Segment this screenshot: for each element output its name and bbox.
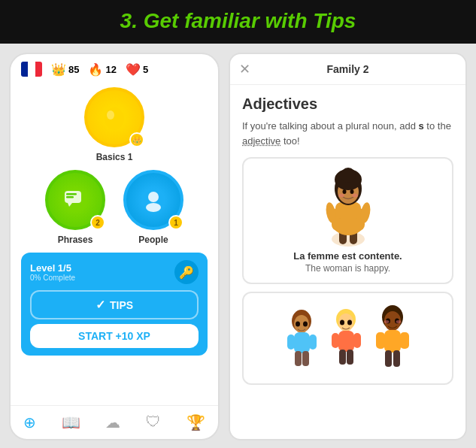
svg-point-1 bbox=[107, 110, 114, 120]
svg-rect-49 bbox=[384, 330, 401, 353]
phone-status-bar: 👑 85 🔥 12 ❤️ 5 bbox=[11, 54, 218, 84]
svg-point-20 bbox=[350, 189, 353, 194]
svg-point-18 bbox=[341, 168, 356, 183]
tips-section-heading: Adjectives bbox=[242, 95, 453, 113]
tips-panel-header: ✕ Family 2 bbox=[230, 54, 465, 85]
svg-point-7 bbox=[146, 203, 161, 212]
svg-rect-38 bbox=[338, 331, 354, 352]
desc-part1: If you're talking about a plural noun, a… bbox=[242, 120, 418, 132]
svg-point-6 bbox=[148, 192, 159, 202]
tips-panel-body: Adjectives If you're talking about a plu… bbox=[230, 85, 465, 439]
main-content: 👑 85 🔥 12 ❤️ 5 👑 bbox=[0, 44, 476, 448]
svg-rect-31 bbox=[309, 334, 317, 350]
svg-rect-41 bbox=[339, 350, 346, 365]
fire-stat: 🔥 12 bbox=[88, 62, 116, 77]
svg-point-47 bbox=[384, 320, 389, 323]
fire-icon: 🔥 bbox=[88, 62, 103, 77]
heart-value: 5 bbox=[143, 64, 148, 75]
check-icon: ✓ bbox=[96, 298, 105, 312]
svg-point-36 bbox=[340, 320, 344, 325]
start-button[interactable]: START +10 XP bbox=[30, 324, 199, 348]
desc-part2: to the bbox=[424, 120, 451, 132]
example-card-1: La femme est contente. The woman is happ… bbox=[242, 157, 453, 284]
person-icon bbox=[140, 186, 167, 213]
heart-icon: ❤️ bbox=[126, 62, 141, 77]
example1-french: La femme est contente. bbox=[293, 250, 402, 262]
heart-stat: ❤️ 5 bbox=[126, 62, 148, 77]
svg-point-48 bbox=[396, 320, 401, 323]
svg-point-19 bbox=[342, 189, 346, 194]
french-flag bbox=[21, 62, 42, 77]
basics1-circle: 👑 bbox=[84, 87, 144, 147]
svg-point-21 bbox=[338, 194, 344, 198]
svg-point-22 bbox=[352, 194, 358, 198]
svg-rect-51 bbox=[400, 332, 409, 349]
people-label: People bbox=[138, 235, 168, 245]
svg-rect-39 bbox=[332, 333, 339, 348]
tips-button[interactable]: ✓ TIPS bbox=[30, 290, 199, 319]
nav-cloud-icon[interactable]: ☁ bbox=[105, 413, 120, 431]
level-info: Level 1/5 0% Complete bbox=[30, 262, 75, 282]
svg-marker-5 bbox=[68, 203, 72, 207]
page-title: 3. Get familiar with Tips bbox=[15, 9, 461, 33]
egg-icon bbox=[99, 102, 129, 132]
start-label: START +10 XP bbox=[78, 330, 150, 342]
fire-value: 12 bbox=[105, 64, 116, 75]
svg-rect-4 bbox=[66, 196, 74, 198]
group-person-1 bbox=[281, 306, 323, 370]
svg-point-28 bbox=[303, 322, 308, 327]
svg-rect-33 bbox=[302, 351, 309, 366]
svg-rect-42 bbox=[347, 350, 353, 365]
svg-point-27 bbox=[296, 322, 300, 327]
svg-rect-3 bbox=[66, 193, 77, 195]
people-badge: 1 bbox=[168, 215, 183, 230]
nav-shield-icon[interactable]: 🛡 bbox=[146, 413, 161, 431]
phrases-circle: 2 bbox=[45, 170, 105, 230]
level-panel: Level 1/5 0% Complete 🔑 ✓ TIPS START +10… bbox=[21, 253, 208, 356]
tips-panel-title: Family 2 bbox=[326, 63, 368, 75]
crown-icon: 👑 bbox=[51, 62, 66, 77]
desc-underline: adjective bbox=[242, 135, 280, 147]
phone-nav: ⊕ 📖 ☁ 🛡 🏆 bbox=[11, 405, 218, 439]
tips-description: If you're talking about a plural noun, a… bbox=[242, 119, 453, 148]
nav-trophy-icon[interactable]: 🏆 bbox=[186, 413, 205, 431]
phrases-badge: 2 bbox=[90, 215, 105, 230]
basics1-skill[interactable]: 👑 Basics 1 bbox=[84, 84, 144, 162]
people-skill[interactable]: 1 People bbox=[123, 167, 183, 245]
chat-icon bbox=[62, 186, 89, 213]
svg-rect-40 bbox=[353, 333, 361, 348]
crown-value: 85 bbox=[68, 64, 79, 75]
phrases-skill[interactable]: 2 Phrases bbox=[45, 167, 105, 245]
phone-content: 👑 Basics 1 2 Phrases bbox=[11, 84, 218, 399]
basics1-badge: 👑 bbox=[129, 132, 144, 147]
basics1-label: Basics 1 bbox=[96, 152, 133, 162]
svg-rect-29 bbox=[294, 332, 310, 353]
svg-rect-50 bbox=[376, 332, 385, 349]
key-button[interactable]: 🔑 bbox=[174, 260, 199, 284]
people-circle: 1 bbox=[123, 170, 183, 230]
tips-panel: ✕ Family 2 Adjectives If you're talking … bbox=[229, 53, 467, 440]
svg-point-0 bbox=[105, 107, 124, 130]
skills-row: 2 Phrases 1 People bbox=[45, 167, 183, 245]
phrases-label: Phrases bbox=[58, 235, 93, 245]
phone-mockup: 👑 85 🔥 12 ❤️ 5 👑 bbox=[9, 53, 220, 440]
level-subtitle: 0% Complete bbox=[30, 274, 75, 282]
level-title: Level 1/5 bbox=[30, 262, 75, 274]
woman-character bbox=[314, 168, 382, 250]
svg-rect-52 bbox=[385, 350, 392, 367]
desc-bold: s bbox=[418, 120, 423, 132]
desc-part3: too! bbox=[280, 135, 299, 147]
close-button[interactable]: ✕ bbox=[239, 61, 250, 77]
nav-book-icon[interactable]: 📖 bbox=[62, 413, 80, 431]
group-person-3 bbox=[370, 302, 415, 370]
level-header: Level 1/5 0% Complete 🔑 bbox=[30, 260, 199, 284]
example-card-2 bbox=[242, 292, 453, 385]
svg-rect-30 bbox=[287, 334, 295, 350]
nav-home-icon[interactable]: ⊕ bbox=[23, 413, 36, 431]
group-person-2 bbox=[326, 306, 367, 370]
crown-stat: 👑 85 bbox=[51, 62, 79, 77]
svg-rect-32 bbox=[295, 351, 302, 366]
page-header: 3. Get familiar with Tips bbox=[0, 0, 476, 44]
example1-english: The woman is happy. bbox=[305, 263, 390, 274]
group-characters bbox=[281, 302, 415, 370]
